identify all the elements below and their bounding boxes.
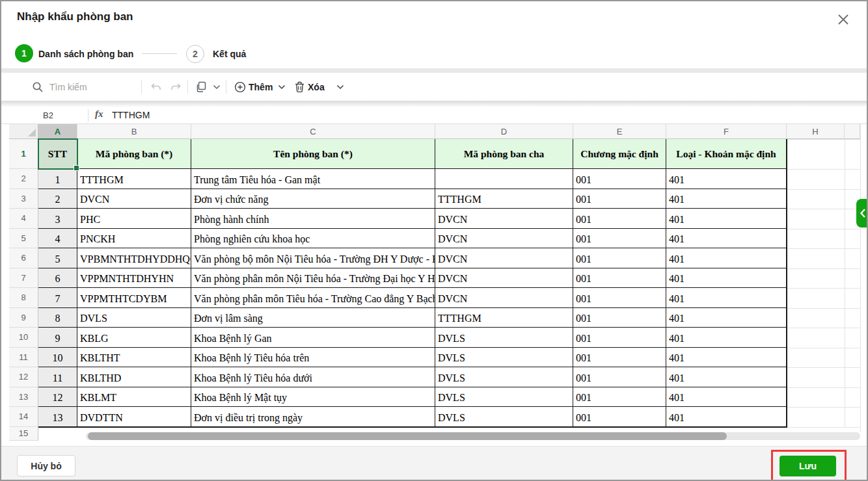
cell-C5[interactable]: Phòng nghiên cứu khoa học <box>191 229 435 249</box>
cell-F14[interactable]: 401 <box>666 407 787 427</box>
cell-B6[interactable]: VPBMNTHTDHYDDHQG <box>77 248 191 268</box>
cell-B7[interactable]: VPPMNTHTDHYHN <box>77 268 191 289</box>
row-header-6[interactable]: 6 <box>9 248 38 268</box>
cell-A7[interactable]: 6 <box>38 268 77 289</box>
cell-C7[interactable]: Văn phòng phân môn Nội Tiêu hóa - Trường… <box>191 268 435 289</box>
cell-A6[interactable]: 5 <box>38 248 77 268</box>
cell-A4[interactable]: 3 <box>38 209 77 229</box>
cell-F13[interactable]: 401 <box>666 387 787 408</box>
row-header-15[interactable]: 15 <box>9 427 38 441</box>
cell-E13[interactable]: 001 <box>573 387 666 408</box>
row-header-7[interactable]: 7 <box>9 268 38 289</box>
cell-B5[interactable]: PNCKH <box>77 229 191 249</box>
collapse-panel-handle[interactable] <box>856 199 868 228</box>
cell-D2[interactable] <box>435 169 573 189</box>
cell-D10[interactable]: DVLS <box>435 328 573 348</box>
cell-E2[interactable]: 001 <box>573 169 666 189</box>
column-header-C[interactable]: C <box>191 124 435 139</box>
cell-E4[interactable]: 001 <box>573 209 666 229</box>
cell-A1[interactable]: STT <box>38 139 77 169</box>
cell-F8[interactable]: 401 <box>666 288 787 308</box>
row-header-13[interactable]: 13 <box>9 387 38 408</box>
vertical-scrollbar-track[interactable] <box>860 124 861 432</box>
cell-F12[interactable]: 401 <box>666 367 787 387</box>
cell-D11[interactable]: DVLS <box>435 348 573 368</box>
cell-A3[interactable]: 2 <box>38 189 77 209</box>
cell-D7[interactable]: DVCN <box>435 268 573 289</box>
cell-D1[interactable]: Mã phòng ban cha <box>435 139 573 169</box>
cell-E11[interactable]: 001 <box>573 348 666 368</box>
cell-F11[interactable]: 401 <box>666 348 787 368</box>
cell-C2[interactable]: Trung tâm Tiêu hóa - Gan mật <box>191 169 435 189</box>
cell-A8[interactable]: 7 <box>38 288 77 308</box>
row-header-5[interactable]: 5 <box>9 229 38 249</box>
cell-C8[interactable]: Văn phòng phân môn Tiêu hóa - Trường Cao… <box>191 288 435 308</box>
cell-B3[interactable]: DVCN <box>77 189 191 209</box>
cell-D8[interactable]: DVCN <box>435 288 573 308</box>
cell-E3[interactable]: 001 <box>573 189 666 209</box>
cell-D4[interactable]: DVCN <box>435 209 573 229</box>
cell-C12[interactable]: Khoa Bệnh lý Tiêu hóa dưới <box>191 367 435 387</box>
cell-C11[interactable]: Khoa Bệnh lý Tiêu hóa trên <box>191 348 435 368</box>
cell-B1[interactable]: Mã phòng ban (*) <box>77 139 191 169</box>
horizontal-scrollbar-thumb[interactable] <box>88 432 727 440</box>
cell-E10[interactable]: 001 <box>573 328 666 348</box>
cell-B12[interactable]: KBLTHD <box>77 367 191 387</box>
cell-F5[interactable]: 401 <box>666 229 787 249</box>
cell-C10[interactable]: Khoa Bệnh lý Gan <box>191 328 435 348</box>
cell-B11[interactable]: KBLTHT <box>77 348 191 368</box>
cell-E6[interactable]: 001 <box>573 248 666 268</box>
row-header-14[interactable]: 14 <box>9 407 38 427</box>
row-header-3[interactable]: 3 <box>9 189 38 209</box>
cell-C1[interactable]: Tên phòng ban (*) <box>191 139 435 169</box>
select-all-corner[interactable] <box>9 124 38 139</box>
row-header-10[interactable]: 10 <box>9 328 38 348</box>
cell-F3[interactable]: 401 <box>666 189 787 209</box>
column-header-D[interactable]: D <box>435 124 573 139</box>
cell-A12[interactable]: 11 <box>38 367 77 387</box>
horizontal-scrollbar[interactable] <box>86 432 860 440</box>
cell-D9[interactable]: TTTHGM <box>435 308 573 328</box>
cell-F6[interactable]: 401 <box>666 248 787 268</box>
cell-F4[interactable]: 401 <box>666 209 787 229</box>
column-header-blank[interactable] <box>845 124 860 139</box>
cell-E7[interactable]: 001 <box>573 268 666 289</box>
column-header-A[interactable]: A <box>38 124 77 139</box>
cell-E1[interactable]: Chương mặc định <box>573 139 666 169</box>
row-header-4[interactable]: 4 <box>9 209 38 229</box>
cell-E5[interactable]: 001 <box>573 229 666 249</box>
cell-E8[interactable]: 001 <box>573 288 666 308</box>
cell-B10[interactable]: KBLG <box>77 328 191 348</box>
column-header-H[interactable]: H <box>787 124 845 139</box>
cell-F9[interactable]: 401 <box>666 308 787 328</box>
column-header-F[interactable]: F <box>666 124 787 139</box>
row-header-9[interactable]: 9 <box>9 308 38 328</box>
row-header-8[interactable]: 8 <box>9 288 38 308</box>
row-header-2[interactable]: 2 <box>9 169 38 189</box>
cell-B2[interactable]: TTTHGM <box>77 169 191 189</box>
cell-F10[interactable]: 401 <box>666 328 787 348</box>
cell-B8[interactable]: VPPMTHTCDYBM <box>77 288 191 308</box>
row-header-12[interactable]: 12 <box>9 367 38 387</box>
cell-C9[interactable]: Đơn vị lâm sàng <box>191 308 435 328</box>
cell-F2[interactable]: 401 <box>666 169 787 189</box>
cell-B13[interactable]: KBLMT <box>77 387 191 408</box>
row-header-1[interactable]: 1 <box>9 139 38 169</box>
cell-F7[interactable]: 401 <box>666 268 787 289</box>
cell-A9[interactable]: 8 <box>38 308 77 328</box>
cell-E14[interactable]: 001 <box>573 407 666 427</box>
cell-A5[interactable]: 4 <box>38 229 77 249</box>
cell-A2[interactable]: 1 <box>38 169 77 189</box>
cell-E12[interactable]: 001 <box>573 367 666 387</box>
cancel-button[interactable]: Hủy bỏ <box>17 455 75 476</box>
cell-D5[interactable]: DVCN <box>435 229 573 249</box>
cell-B4[interactable]: PHC <box>77 209 191 229</box>
cell-A11[interactable]: 10 <box>38 348 77 368</box>
cell-D3[interactable]: TTTHGM <box>435 189 573 209</box>
cell-B9[interactable]: DVLS <box>77 308 191 328</box>
cell-A14[interactable]: 13 <box>38 407 77 427</box>
column-header-E[interactable]: E <box>573 124 666 139</box>
cell-D13[interactable]: DVLS <box>435 387 573 408</box>
cell-A10[interactable]: 9 <box>38 328 77 348</box>
cell-D14[interactable]: DVLS <box>435 407 573 427</box>
